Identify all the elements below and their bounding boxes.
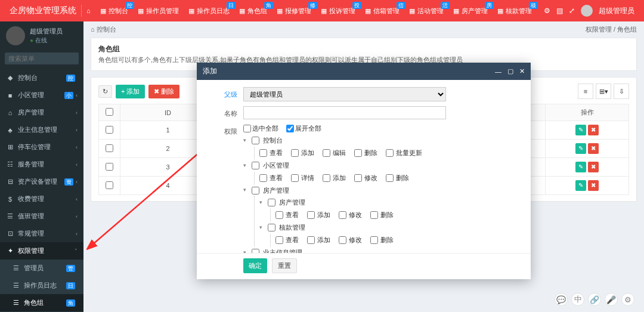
tree-node[interactable]: ▾小区管理 — [243, 159, 520, 172]
nav-item[interactable]: ▦报修管理修 — [272, 0, 316, 21]
export-button[interactable]: ⇩ — [614, 84, 629, 99]
header-right: ⚙ ▤ ⤢ 超级管理员 — [539, 5, 639, 17]
close-icon[interactable]: ✕ — [519, 67, 525, 75]
edit-button[interactable]: ✎ — [575, 180, 586, 191]
sidebar: 超级管理员 在线 ◆控制台控■小区管理小‹⌂房产管理‹♣业主信息管理‹⊞停车位管… — [0, 21, 83, 312]
brand: 企房物业管理系统 — [5, 5, 81, 16]
nav-item[interactable]: ▦投诉管理投 — [316, 0, 360, 21]
col-op: 操作 — [546, 104, 629, 121]
row-check[interactable] — [106, 163, 113, 171]
sidebar-item[interactable]: $收费管理‹ — [0, 190, 83, 208]
notify-icon[interactable]: ▤ — [556, 7, 563, 15]
sidebar-subitem[interactable]: ☰操作员日志日 — [0, 277, 83, 294]
row-check[interactable] — [106, 181, 113, 189]
sidebar-item[interactable]: ◆控制台控 — [0, 69, 83, 87]
delete-button[interactable]: ✖ — [588, 180, 599, 191]
edit-button[interactable]: ✎ — [575, 162, 586, 172]
breadcrumb-left[interactable]: 控制台 — [97, 26, 116, 33]
nav-item[interactable]: ▦房产管理房 — [448, 0, 493, 21]
perm-tree: ▾控制台查看添加编辑删除批量更新▾小区管理查看详情添加修改删除▾房产管理▾房产管… — [243, 134, 520, 253]
sidebar-item[interactable]: ☷服务管理‹ — [0, 156, 83, 173]
sidebar-item[interactable]: ⌂房产管理‹ — [0, 104, 83, 121]
nav-item[interactable]: ▦控制台控 — [95, 0, 133, 21]
minimize-icon[interactable]: — — [495, 68, 501, 75]
search-input[interactable] — [5, 52, 79, 64]
parent-select[interactable]: 超级管理员 — [243, 87, 446, 101]
row-check[interactable] — [106, 126, 113, 134]
expand-icon[interactable]: ⤢ — [569, 7, 575, 15]
modal-title: 添加 — [203, 66, 489, 76]
check-all-perm[interactable] — [243, 125, 251, 132]
tree-leaf-row: 查看添加修改删除 — [275, 234, 520, 246]
menu-icon: ☰ — [12, 299, 20, 307]
refresh-icon: ↻ — [103, 88, 108, 95]
refresh-button[interactable]: ↻ — [98, 85, 112, 98]
name-input[interactable] — [243, 106, 446, 119]
sidebar-subitem[interactable]: ☰角色组角 — [0, 294, 83, 311]
reset-button[interactable]: 重置 — [272, 258, 297, 273]
delete-button[interactable]: ✖ — [588, 143, 599, 154]
sidebar-item[interactable]: ⊟资产设备管理资‹ — [0, 173, 83, 190]
lang-icon[interactable]: 中 — [571, 293, 584, 306]
delete-button[interactable]: ✖ — [588, 125, 599, 135]
home-icon: ⌂ — [86, 7, 91, 14]
view-list-button[interactable]: ≡ — [578, 84, 593, 99]
nav-icon: ▦ — [453, 7, 459, 15]
tree-node[interactable]: ▾房产管理 — [259, 196, 520, 209]
check-all[interactable] — [106, 108, 113, 116]
menu-icon: ♣ — [6, 126, 14, 134]
expand-all-perm[interactable] — [286, 125, 294, 132]
sidebar-item[interactable]: ⊡常规管理‹ — [0, 225, 83, 242]
nav-item[interactable]: ▦操作员管理 — [133, 0, 184, 21]
label-perm: 权限 — [208, 124, 243, 136]
user-status: 在线 — [30, 36, 63, 45]
nav-item[interactable]: ▦角色组角 — [234, 0, 272, 21]
edit-button[interactable]: ✎ — [575, 143, 586, 154]
link-icon[interactable]: 🔗 — [588, 293, 601, 306]
panel-title: 角色组 — [98, 44, 629, 54]
nav-item[interactable]: ▦活动管理活 — [404, 0, 448, 21]
sidebar-item[interactable]: ■小区管理小‹ — [0, 87, 83, 104]
edit-button[interactable]: ✎ — [575, 125, 586, 135]
delete-button[interactable]: ✖ — [588, 162, 599, 172]
nav-home[interactable]: ⌂ — [82, 0, 95, 21]
top-nav: ▦控制台控▦操作员管理▦操作员日志日▦角色组角▦报修管理修▦投诉管理投▦信箱管理… — [95, 0, 539, 21]
modal-header[interactable]: 添加 — ▢ ✕ — [197, 63, 531, 80]
chevron-icon: ‹ — [76, 196, 78, 202]
nav-icon: ▦ — [365, 7, 371, 15]
add-button[interactable]: +添加 — [116, 85, 145, 98]
gear-icon[interactable]: ⚙ — [544, 7, 550, 15]
cog-icon[interactable]: ⚙ — [621, 293, 634, 306]
add-modal: 添加 — ▢ ✕ 父级 超级管理员 名称 权限 选中全部 展开全部 ▾控制台查看… — [197, 63, 531, 279]
chat-icon[interactable]: 💬 — [555, 293, 568, 306]
nav-item[interactable]: ▦操作员日志日 — [184, 0, 234, 21]
sidebar-item[interactable]: ✦权限管理˅ — [0, 242, 83, 260]
tree-node[interactable]: ▾房产管理 — [243, 184, 520, 197]
nav-icon: ▦ — [138, 7, 144, 15]
chevron-icon: ‹ — [76, 92, 78, 98]
nav-item[interactable]: ▦信箱管理信 — [360, 0, 404, 21]
menu-icon: ☰ — [12, 264, 20, 272]
sidebar-subitem[interactable]: ☰管理员管 — [0, 260, 83, 277]
nav-icon: ▦ — [239, 7, 245, 15]
label-parent: 父级 — [208, 87, 243, 99]
maximize-icon[interactable]: ▢ — [507, 67, 513, 75]
delete-button[interactable]: ✖删除 — [148, 85, 179, 98]
tree-node[interactable]: ▾核款管理 — [259, 221, 520, 234]
menu-icon: ■ — [6, 92, 14, 99]
view-grid-button[interactable]: ⊞▾ — [596, 84, 611, 99]
sidebar-item[interactable]: ♣业主信息管理‹ — [0, 121, 83, 138]
tree-node[interactable]: ▾控制台 — [243, 134, 520, 147]
header-username[interactable]: 超级管理员 — [599, 6, 634, 16]
ok-button[interactable]: 确定 — [243, 258, 267, 273]
sidebar-item[interactable]: ☰值班管理‹ — [0, 208, 83, 225]
chevron-icon: ‹ — [76, 162, 78, 168]
tree-node[interactable]: ▾业主信息管理 — [243, 246, 520, 253]
nav-item[interactable]: ▦核款管理核 — [493, 0, 537, 21]
row-check[interactable] — [106, 144, 113, 152]
mic-icon[interactable]: 🎤 — [605, 293, 618, 306]
modal-footer: 确定 重置 — [197, 253, 531, 279]
avatar[interactable] — [581, 5, 593, 17]
menu-icon: ⊟ — [6, 178, 14, 186]
sidebar-item[interactable]: ⊞停车位管理‹ — [0, 138, 83, 156]
